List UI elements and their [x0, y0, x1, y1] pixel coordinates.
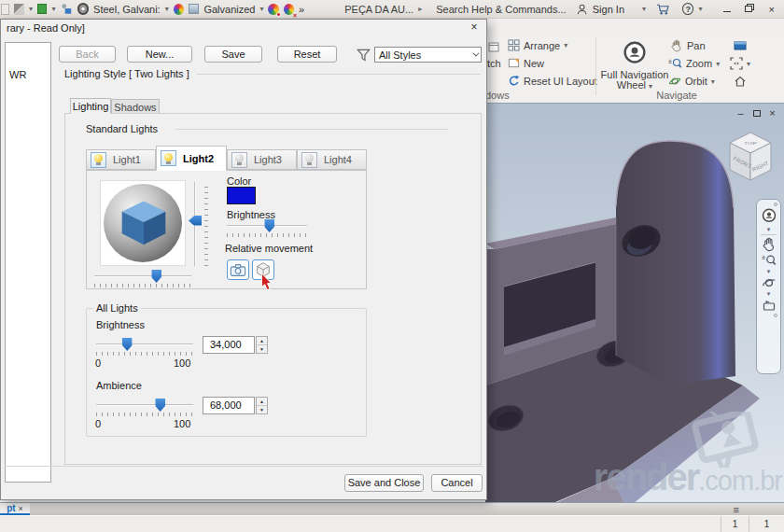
doc-restore-button[interactable]	[749, 107, 763, 119]
minimize-button[interactable]	[719, 2, 736, 16]
save-button[interactable]: Save	[204, 46, 262, 63]
save-and-close-button[interactable]: Save and Close	[344, 474, 424, 492]
measure-tool-icon[interactable]	[14, 4, 24, 15]
ambience-slider[interactable]	[96, 399, 193, 413]
color-wheel-icon[interactable]	[174, 4, 184, 15]
chevron-down-icon[interactable]: ▾	[767, 227, 771, 232]
light-on-icon[interactable]	[91, 152, 106, 168]
light-off-icon[interactable]	[301, 152, 317, 168]
close-button[interactable]: ×	[763, 2, 780, 16]
expand-title-icon[interactable]: ▸	[418, 5, 422, 13]
person-icon	[576, 3, 588, 16]
look-at-icon[interactable]	[762, 298, 777, 313]
doc-minimize-button[interactable]: –	[734, 107, 748, 119]
min-label: 0	[95, 418, 101, 429]
pan-hand-icon[interactable]	[762, 237, 777, 252]
light-elevation-slider[interactable]	[188, 182, 203, 266]
color-wheel-clear-icon[interactable]: ×	[284, 4, 294, 15]
chevron-down-icon[interactable]: ▾	[29, 5, 33, 13]
slider-ticks	[204, 182, 208, 266]
chevron-down-icon[interactable]: ▾	[767, 269, 771, 274]
chevron-down-icon[interactable]: ▾	[259, 5, 263, 13]
orbit-button[interactable]: Orbit ▾	[668, 75, 715, 88]
reset-ui-layout-button[interactable]: Reset UI Layout	[508, 75, 597, 87]
tab-light1[interactable]: Light1	[86, 149, 156, 170]
orbit-icon[interactable]	[762, 275, 777, 290]
fit-view-button[interactable]	[734, 40, 747, 51]
help-icon[interactable]: ?	[682, 3, 693, 15]
light-azimuth-slider[interactable]	[94, 270, 191, 284]
search-input[interactable]: Search Help & Commands...	[436, 4, 566, 15]
slider-thumb[interactable]	[189, 216, 202, 226]
cancel-button[interactable]: Cancel	[431, 474, 483, 492]
tab-close-icon[interactable]: ×	[19, 504, 23, 513]
appearance-dropdown[interactable]: Galvanized	[203, 4, 255, 15]
tab-shadows[interactable]: Shadows	[111, 99, 160, 114]
slider-thumb[interactable]	[155, 399, 165, 412]
dialog-close-icon[interactable]: ×	[467, 21, 482, 35]
brightness-value-field[interactable]: 34,000	[203, 336, 255, 354]
chevron-down-icon[interactable]: ▾	[165, 5, 169, 13]
render-reel-icon[interactable]	[77, 3, 89, 15]
watermark-main: render	[594, 456, 699, 497]
document-tab[interactable]: pt ×	[0, 503, 30, 516]
back-button[interactable]: Back	[59, 46, 116, 63]
navigate-group-label[interactable]: Navigate	[611, 90, 742, 101]
color-wheel-add-icon[interactable]	[268, 4, 278, 15]
new-window-button[interactable]: New	[508, 57, 544, 69]
style-list-item[interactable]: WR	[9, 69, 26, 80]
chevron-down-icon	[472, 50, 479, 57]
tab-light4[interactable]: Light4	[297, 149, 367, 170]
view-cube[interactable]: TOP FRONT RIGHT	[721, 124, 780, 189]
tab-lighting[interactable]: Lighting	[70, 98, 111, 114]
restore-button[interactable]	[740, 2, 758, 16]
zoom-extents-button[interactable]: ▾	[730, 57, 750, 70]
chevron-down-icon[interactable]: ▾	[642, 5, 646, 13]
style-list-panel[interactable]: WR	[5, 42, 51, 483]
pan-button[interactable]: Pan	[670, 39, 706, 52]
tab-list-menu-icon[interactable]: ≡	[734, 504, 739, 515]
styles-filter-dropdown[interactable]: All Styles	[374, 47, 482, 63]
chevron-down-icon[interactable]: ▾	[767, 291, 771, 297]
navigation-wheel-icon[interactable]	[760, 207, 778, 226]
full-navigation-wheel-button[interactable]: Full Navigation Wheel ▾	[590, 39, 679, 91]
reset-button[interactable]: Reset	[277, 46, 337, 63]
zoom-button[interactable]: ± Zoom ▾	[668, 57, 720, 70]
light-color-swatch[interactable]	[227, 187, 256, 204]
zoom-icon[interactable]: ±	[762, 253, 777, 268]
doc-close-button[interactable]: ×	[765, 107, 779, 119]
chevron-down-icon[interactable]: ▾	[698, 5, 702, 13]
slider-thumb[interactable]	[264, 219, 274, 232]
clipboard-icon[interactable]	[1, 4, 9, 15]
camera-relative-button[interactable]	[227, 259, 249, 280]
sign-in-button[interactable]: Sign In	[593, 4, 624, 15]
filter-funnel-icon[interactable]	[356, 47, 371, 63]
slider-thumb[interactable]	[151, 270, 161, 283]
tab-light2[interactable]: Light2	[156, 146, 227, 171]
ambience-spinner[interactable]: ▲▼	[256, 397, 268, 414]
person-blue-icon[interactable]	[60, 3, 72, 15]
tab-light3[interactable]: Light3	[227, 149, 297, 170]
toolbar-overflow-icon[interactable]: »	[299, 4, 304, 15]
light-off-icon[interactable]	[231, 152, 247, 168]
slider-thumb[interactable]	[122, 338, 133, 351]
document-window-controls: – ×	[734, 107, 779, 119]
brightness-spinner[interactable]: ▲▼	[256, 336, 268, 354]
light-brightness-slider[interactable]	[227, 219, 307, 233]
all-brightness-slider[interactable]	[96, 338, 193, 352]
all-lights-group: All Lights Brightness 0 100 34,000 ▲▼ Am…	[86, 308, 367, 437]
light-preview[interactable]	[100, 180, 186, 266]
new-style-button[interactable]: New...	[127, 46, 192, 63]
light-on-icon[interactable]	[161, 150, 176, 166]
arrange-button[interactable]: Arrange ▾	[508, 39, 567, 51]
footer-divider	[5, 466, 483, 467]
material-box-icon[interactable]	[37, 4, 47, 14]
cart-icon[interactable]	[656, 3, 670, 16]
material-dropdown[interactable]: Steel, Galvani:	[93, 4, 161, 15]
viewcube-top-label[interactable]: TOP	[744, 142, 758, 146]
model-viewport[interactable]: – × TOP FRONT RIGHT ▾ ± ▾ ▾	[485, 103, 784, 502]
home-view-button[interactable]	[734, 75, 747, 88]
light2-settings-panel: Color Brightness Relative movement	[86, 170, 367, 289]
chevron-down-icon[interactable]: ▾	[51, 5, 55, 13]
ambience-value-field[interactable]: 68,000	[203, 397, 255, 414]
